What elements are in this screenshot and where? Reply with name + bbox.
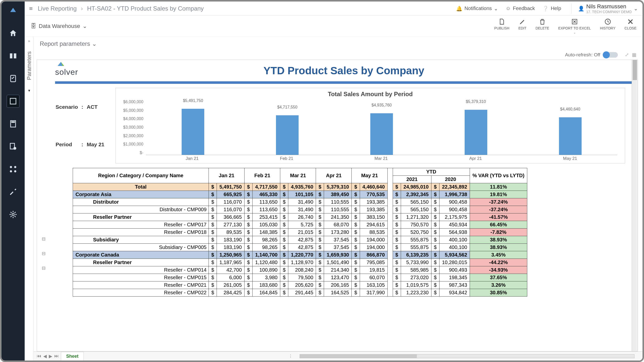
svg-point-10 bbox=[14, 166, 16, 168]
auto-refresh-toggle[interactable] bbox=[603, 52, 618, 58]
nav-settings-icon[interactable] bbox=[7, 208, 20, 221]
vertical-scrollbar[interactable] bbox=[632, 60, 638, 351]
sheet-viewport: ⊟ ⊟ ⊟ solver YTD Product Sales by Compan… bbox=[37, 60, 638, 351]
report-params-bar[interactable]: Report parameters ⌄ bbox=[34, 37, 642, 51]
chart-y-axis: $6,000,000$5,000,000$4,000,000$3,000,000… bbox=[123, 100, 146, 155]
nav-home-icon[interactable] bbox=[7, 27, 20, 40]
chevron-down-icon: ⌄ bbox=[634, 6, 638, 12]
grid-icon[interactable]: ▦ bbox=[632, 52, 636, 58]
svg-rect-1 bbox=[10, 53, 12, 58]
chevron-down-icon: ⌄ bbox=[574, 31, 576, 34]
tree-collapse-icon[interactable]: ⊟ bbox=[42, 236, 46, 242]
chart-bars: $5,491,750$4,717,550$4,935,760$5,379,310… bbox=[146, 100, 617, 155]
data-source-select[interactable]: 🗄 Data Warehouse ⌄ bbox=[31, 23, 87, 29]
sheet-tab[interactable]: Sheet bbox=[61, 352, 84, 360]
parameters-label[interactable]: Parameters bbox=[26, 51, 32, 80]
nav-tools-icon[interactable] bbox=[7, 185, 20, 198]
svg-rect-2 bbox=[14, 53, 16, 58]
feedback-link[interactable]: ☺ Feedback bbox=[506, 6, 535, 11]
sheet-tabs: ⏮ ◀ ▶ ⏭ Sheet ⋮ bbox=[34, 351, 642, 360]
help-link[interactable]: ❔ Help bbox=[542, 6, 561, 12]
tab-prev-icon[interactable]: ◀ bbox=[43, 353, 47, 359]
svg-point-9 bbox=[10, 166, 12, 168]
user-icon: 👤 bbox=[578, 6, 584, 12]
user-menu[interactable]: 👤 Nils Rasmussen 17. Tech Company Demo ⌄ bbox=[571, 3, 638, 14]
history-button[interactable]: HISTORY bbox=[600, 18, 616, 34]
expand-icon[interactable]: » bbox=[28, 39, 30, 43]
svg-rect-3 bbox=[11, 75, 16, 82]
chart-title: Total Sales Amount by Period bbox=[123, 91, 617, 98]
svg-rect-4 bbox=[10, 98, 16, 104]
chart-x-axis: Jan 21Feb 21Mar 21Apr 21May 21 bbox=[145, 156, 617, 161]
filter-icon[interactable]: ▾ bbox=[28, 88, 30, 93]
sales-chart: Total Sales Amount by Period $6,000,000$… bbox=[115, 88, 625, 163]
auto-refresh-label: Auto-refresh: Off bbox=[565, 52, 600, 58]
export-excel-button[interactable]: EXPORT TO EXCEL⌄ bbox=[558, 18, 591, 34]
nav-reports-icon[interactable] bbox=[7, 95, 20, 108]
report-title: YTD Product Sales by Company bbox=[98, 65, 590, 77]
tab-first-icon[interactable]: ⏮ bbox=[37, 353, 41, 359]
database-icon: 🗄 bbox=[31, 23, 36, 29]
main: ≡ Live Reporting › HT-SA02 - YTD Product… bbox=[25, 2, 642, 360]
outline-tree: ⊟ ⊟ ⊟ bbox=[37, 60, 50, 351]
sales-table: Region / Category / Company Name Jan 21F… bbox=[73, 168, 527, 297]
nav-calculator-icon[interactable] bbox=[7, 117, 20, 130]
nav-tasks-icon[interactable] bbox=[7, 72, 20, 85]
delete-button[interactable]: DELETE bbox=[536, 18, 549, 34]
horizontal-scrollbar[interactable] bbox=[300, 354, 634, 358]
nav-logo-icon[interactable] bbox=[7, 4, 20, 17]
chevron-down-icon: ⌄ bbox=[83, 23, 87, 29]
close-button[interactable]: CLOSE bbox=[625, 18, 636, 34]
svg-point-8 bbox=[13, 147, 16, 150]
chevron-down-icon: ⌄ bbox=[92, 40, 97, 47]
tab-last-icon[interactable]: ⏭ bbox=[54, 353, 59, 359]
popout-icon[interactable]: ⤢ bbox=[625, 52, 629, 58]
svg-rect-6 bbox=[11, 121, 15, 123]
topbar: ≡ Live Reporting › HT-SA02 - YTD Product… bbox=[25, 2, 642, 16]
nav-workflow-icon[interactable] bbox=[7, 163, 20, 176]
tree-collapse-icon[interactable]: ⊟ bbox=[42, 251, 46, 256]
brand-logo: solver bbox=[55, 61, 88, 77]
nav-user-doc-icon[interactable] bbox=[7, 140, 20, 153]
user-name: Nils Rasmussen bbox=[586, 3, 632, 10]
parameters-rail: » Parameters ▾ bbox=[25, 37, 34, 360]
svg-marker-0 bbox=[10, 8, 16, 12]
divider-bar bbox=[55, 81, 633, 84]
top-links: 🔔 Notifications ⌄ ☺ Feedback ❔ Help 👤 Ni… bbox=[456, 3, 638, 14]
toolbar: 🗄 Data Warehouse ⌄ PUBLISH EDIT DELETE E… bbox=[25, 16, 642, 37]
svg-point-12 bbox=[14, 170, 16, 172]
breadcrumb-page: HT-SA02 - YTD Product Sales by Company bbox=[87, 5, 204, 12]
svg-point-13 bbox=[12, 213, 14, 216]
nav-data-icon[interactable] bbox=[7, 49, 20, 62]
user-company: 17. Tech Company Demo bbox=[586, 10, 632, 14]
scenario-info: Scenario:ACT Period:May 21 bbox=[55, 88, 108, 163]
tab-next-icon[interactable]: ▶ bbox=[49, 353, 52, 359]
nav-rail bbox=[2, 2, 25, 360]
notifications-link[interactable]: 🔔 Notifications ⌄ bbox=[456, 6, 498, 12]
breadcrumb-root[interactable]: Live Reporting bbox=[38, 5, 77, 12]
tree-collapse-icon[interactable]: ⊟ bbox=[42, 265, 46, 271]
publish-button[interactable]: PUBLISH bbox=[494, 18, 509, 34]
svg-point-11 bbox=[10, 170, 12, 172]
edit-button[interactable]: EDIT bbox=[518, 18, 527, 34]
hamburger-icon[interactable]: ≡ bbox=[29, 5, 33, 12]
breadcrumb: Live Reporting › HT-SA02 - YTD Product S… bbox=[38, 5, 204, 12]
